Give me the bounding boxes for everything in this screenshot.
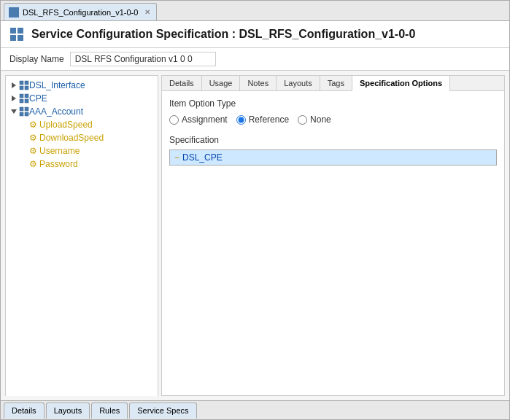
top-tab-bar: DSL_RFS_Configuration_v1-0-0 ✕ (1, 1, 509, 21)
tree-label-download: DownloadSpeed (39, 133, 104, 143)
username-icon: ⚙ (29, 146, 37, 156)
radio-reference[interactable]: Reference (236, 114, 289, 125)
radio-none-input[interactable] (298, 115, 307, 125)
svg-rect-0 (9, 8, 13, 12)
display-name-label: Display Name (9, 54, 64, 64)
svg-rect-7 (18, 35, 23, 41)
bottom-tab-rules[interactable]: Rules (91, 402, 128, 419)
password-icon: ⚙ (29, 159, 37, 169)
aaa-icon (19, 106, 29, 117)
radio-reference-label: Reference (249, 114, 289, 125)
radio-none[interactable]: None (298, 114, 331, 125)
tree-item-download-speed[interactable]: ⚙ DownloadSpeed (6, 131, 158, 144)
tree-label-cpe: CPE (29, 93, 47, 104)
svg-rect-10 (20, 86, 23, 90)
spec-row-dsl-cpe[interactable]: − DSL_CPE (170, 150, 496, 165)
tab-specification-options[interactable]: Specification Options (352, 76, 450, 91)
expand-icon-upload (19, 120, 29, 130)
tree-item-aaa-account[interactable]: AAA_Account (6, 105, 158, 118)
svg-rect-5 (18, 28, 23, 34)
tab-usage[interactable]: Usage (202, 76, 241, 90)
tab-layouts[interactable]: Layouts (277, 76, 320, 90)
display-name-value: DSL RFS Configuration v1 0 0 (70, 52, 216, 66)
svg-rect-2 (9, 13, 13, 17)
svg-rect-14 (20, 99, 23, 103)
specification-label: Specification (169, 135, 497, 145)
expand-icon-dsl (9, 80, 19, 90)
header: Service Configuration Specification : DS… (1, 21, 509, 48)
tree-item-cpe[interactable]: CPE (6, 92, 158, 105)
svg-rect-11 (25, 86, 28, 90)
spec-row-label-dsl-cpe: DSL_CPE (182, 152, 223, 163)
svg-rect-15 (25, 99, 28, 103)
radio-assignment-input[interactable] (169, 115, 179, 125)
spec-minus-icon: − (174, 152, 179, 163)
tree-item-password[interactable]: ⚙ Password (6, 158, 158, 171)
tree-item-username[interactable]: ⚙ Username (6, 144, 158, 158)
radio-group-item-option: Assignment Reference None (169, 114, 497, 125)
tab-tags[interactable]: Tags (320, 76, 352, 90)
header-title: Service Configuration Specification : DS… (31, 28, 415, 41)
tree-item-upload-speed[interactable]: ⚙ UploadSpeed (6, 118, 158, 131)
tab-icon (9, 7, 19, 18)
tree-item-dsl-interface[interactable]: DSL_Interface (6, 79, 158, 92)
expand-icon-cpe (9, 93, 19, 104)
main-window: DSL_RFS_Configuration_v1-0-0 ✕ Service C… (0, 0, 510, 420)
top-tab-label: DSL_RFS_Configuration_v1-0-0 (23, 8, 138, 17)
svg-rect-19 (25, 112, 28, 116)
svg-rect-3 (15, 13, 18, 17)
tree-label-password: Password (39, 159, 78, 169)
item-option-type-label: Item Option Type (169, 98, 497, 109)
svg-rect-18 (20, 112, 23, 116)
tree-label-dsl-interface: DSL_Interface (29, 80, 85, 90)
bottom-tab-service-specs[interactable]: Service Specs (129, 402, 196, 419)
bottom-tab-layouts[interactable]: Layouts (46, 402, 90, 419)
expand-icon-password (19, 159, 29, 169)
radio-assignment[interactable]: Assignment (169, 114, 228, 125)
radio-none-label: None (310, 114, 331, 125)
radio-assignment-label: Assignment (182, 114, 228, 125)
bottom-tabs: Details Layouts Rules Service Specs (1, 400, 509, 419)
tree-label-upload: UploadSpeed (39, 120, 93, 130)
tab-content: Item Option Type Assignment Reference No… (162, 91, 504, 395)
bottom-tab-details[interactable]: Details (4, 402, 45, 419)
svg-rect-12 (20, 94, 23, 98)
radio-reference-input[interactable] (236, 115, 246, 125)
svg-rect-8 (20, 81, 23, 85)
display-name-row: Display Name DSL RFS Configuration v1 0 … (1, 48, 509, 71)
upload-icon: ⚙ (29, 120, 37, 130)
expand-icon-username (19, 146, 29, 156)
svg-rect-4 (10, 28, 16, 34)
svg-rect-9 (25, 81, 28, 85)
tab-details[interactable]: Details (162, 76, 202, 90)
dsl-interface-icon (19, 80, 29, 90)
spec-table: − DSL_CPE (169, 149, 497, 166)
tab-close-icon[interactable]: ✕ (144, 8, 150, 16)
svg-rect-1 (15, 8, 18, 12)
tree-label-aaa: AAA_Account (29, 106, 83, 117)
tab-notes[interactable]: Notes (240, 76, 277, 90)
download-icon: ⚙ (29, 133, 37, 143)
cpe-icon (19, 93, 29, 104)
right-panel: Details Usage Notes Layouts Tags Specifi… (161, 75, 505, 396)
svg-rect-6 (10, 35, 16, 41)
expand-icon-aaa (9, 106, 19, 117)
tabs-row: Details Usage Notes Layouts Tags Specifi… (162, 76, 504, 91)
svg-rect-17 (25, 107, 28, 111)
header-icon (9, 27, 24, 42)
tree-panel: DSL_Interface CPE (5, 75, 158, 396)
expand-icon-download (19, 133, 29, 143)
main-content: DSL_Interface CPE (1, 71, 509, 400)
svg-rect-13 (25, 94, 28, 98)
top-tab-dsl[interactable]: DSL_RFS_Configuration_v1-0-0 ✕ (4, 3, 157, 20)
tree-label-username: Username (39, 146, 80, 156)
svg-rect-16 (20, 107, 23, 111)
